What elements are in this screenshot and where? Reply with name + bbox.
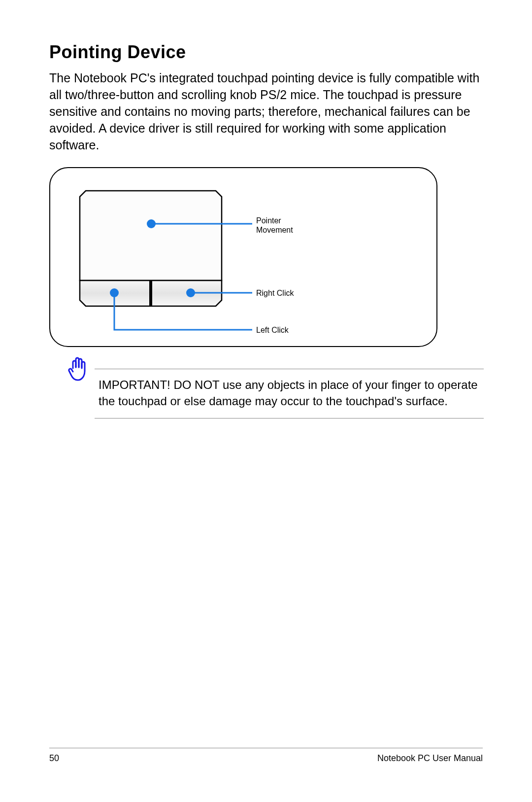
touchpad-diagram: Pointer Movement Right Click Left Click [49,167,437,347]
page-title: Pointing Device [49,42,483,63]
svg-marker-0 [80,191,222,280]
label-right-click: Right Click [256,288,294,298]
page-number: 50 [49,753,59,764]
hand-stop-icon [66,356,90,384]
important-callout: IMPORTANT! DO NOT use any objects in pla… [95,369,484,418]
label-pointer-movement-line2: Movement [256,226,293,234]
body-paragraph: The Notebook PC's integrated touchpad po… [49,70,483,153]
manual-title: Notebook PC User Manual [377,753,483,764]
label-left-click: Left Click [256,325,289,335]
page: Pointing Device The Notebook PC's integr… [0,0,532,802]
page-footer: 50 Notebook PC User Manual [49,748,483,764]
label-pointer-movement-line1: Pointer [256,216,281,225]
callout-text: IMPORTANT! DO NOT use any objects in pla… [99,377,484,409]
label-pointer-movement: Pointer Movement [256,216,293,235]
svg-rect-2 [149,280,152,306]
touchpad-svg [50,168,438,348]
